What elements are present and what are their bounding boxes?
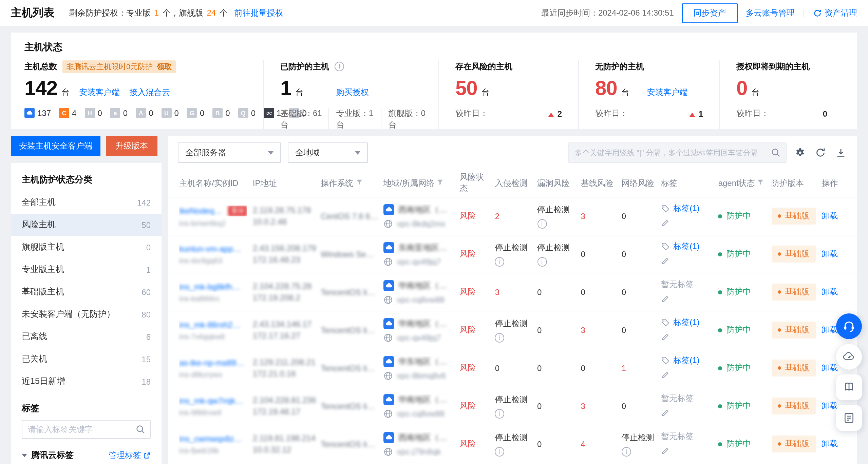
sync-assets-button[interactable]: 同步资产 — [682, 3, 738, 23]
tag-count-link[interactable]: 标签(1) — [673, 241, 699, 252]
batch-auth-link[interactable]: 前往批量授权 — [234, 7, 283, 19]
filter-icon[interactable] — [437, 178, 444, 186]
table-toolbar: 全部服务器 全地域 — [168, 136, 857, 170]
info-icon[interactable]: i — [495, 333, 505, 342]
uninstall-link[interactable]: 卸载 — [822, 211, 838, 220]
sidebar-category-item[interactable]: 全部主机142 — [11, 191, 162, 214]
install-agent-button[interactable]: 安装主机安全客户端 — [11, 136, 100, 156]
region-filter-select[interactable]: 全地域 — [288, 142, 368, 163]
sidebar-category-item[interactable]: 基础版主机60 — [11, 281, 162, 303]
uninstall-link[interactable]: 卸载 — [822, 249, 838, 258]
edit-tag-icon[interactable] — [661, 332, 670, 341]
region-name: 华南地区（广… — [398, 280, 454, 291]
edit-tag-icon[interactable] — [661, 218, 670, 227]
table-row: ins_mk-qw7mjk…ins-9f88rvw92.104.228.81.2… — [168, 387, 857, 425]
uninstall-link[interactable]: 卸载 — [822, 363, 838, 372]
risk-count: 0 — [622, 401, 656, 411]
sidebar-category-item[interactable]: 近15日新增18 — [11, 370, 162, 393]
support-button[interactable] — [836, 313, 862, 339]
host-name-link[interactable]: ins_mk-qw7mjk… — [179, 396, 243, 405]
sidebar-category-item[interactable]: 已离线6 — [11, 326, 162, 348]
region-cell: 西南地区（成…vpc-j79n6qk — [383, 425, 460, 463]
tag-line: 标签(1) — [661, 355, 713, 366]
chevron-down-icon[interactable] — [22, 453, 27, 457]
download-button[interactable] — [834, 146, 848, 159]
host-name-link[interactable]: kunlun-vm-app… — [179, 244, 241, 253]
gear-icon — [795, 147, 806, 158]
asset-cleanup-link[interactable]: 资产清理 — [813, 7, 857, 19]
edit-tag-icon[interactable] — [661, 256, 670, 265]
buy-license-link[interactable]: 购买授权 — [336, 87, 369, 98]
info-icon[interactable]: i — [495, 257, 505, 266]
survey-button[interactable] — [836, 405, 862, 431]
tag-search-input[interactable] — [22, 420, 151, 439]
category-count: 18 — [141, 377, 151, 386]
category-count: 6 — [146, 332, 151, 342]
sidebar-category-item[interactable]: 未安装客户端（无防护）80 — [11, 303, 162, 326]
refresh-button[interactable] — [814, 146, 827, 159]
category-label: 风险主机 — [22, 219, 56, 231]
risk-count: 0 — [581, 287, 616, 297]
sidebar-category-item[interactable]: 专业版主机1 — [11, 258, 162, 281]
info-icon[interactable]: i — [335, 62, 344, 71]
version-label: 基础版 — [785, 210, 809, 222]
tag-count-link[interactable]: 标签(1) — [673, 203, 699, 214]
category-label: 未安装客户端（无防护） — [22, 309, 115, 320]
status-dot — [718, 442, 722, 446]
risk-metric-cell: 2 — [495, 197, 537, 235]
feedback-button[interactable] — [836, 344, 862, 370]
edit-tag-icon[interactable] — [661, 370, 670, 379]
host-name-link[interactable]: tkeNodeqx1-pro… — [179, 206, 226, 215]
delta-value: 2 — [549, 109, 562, 118]
keyword-search-input[interactable] — [569, 143, 786, 162]
hybrid-cloud-link[interactable]: 接入混合云 — [129, 87, 170, 98]
tag-count-link[interactable]: 标签(1) — [673, 355, 699, 366]
globe-icon — [383, 257, 393, 266]
uninstall-link[interactable]: 卸载 — [822, 439, 838, 448]
uninstall-link[interactable]: 卸载 — [822, 325, 838, 334]
edit-tag-icon[interactable] — [661, 294, 670, 303]
table-row: kunlun-vm-app…ins-dxr8gq632.43.156.208.1… — [168, 235, 857, 273]
filter-icon[interactable] — [355, 178, 363, 186]
host-name-link[interactable]: ins_cwmwqx8z… — [179, 434, 242, 443]
multi-cloud-link[interactable]: 多云账号管理 — [746, 7, 795, 19]
risk-count: 3 — [581, 211, 616, 221]
docs-button[interactable] — [836, 374, 862, 400]
server-filter-select[interactable]: 全部服务器 — [178, 142, 281, 163]
sidebar-category-item[interactable]: 旗舰版主机0 — [11, 236, 162, 258]
region-line: 华南地区（广… — [383, 318, 454, 329]
tag-count-link[interactable]: 标签(1) — [673, 317, 699, 328]
uninstall-link[interactable]: 卸载 — [822, 401, 838, 410]
agent-label: 防护中 — [727, 210, 751, 222]
info-icon[interactable]: i — [495, 447, 505, 456]
promo-claim-link[interactable]: 领取 — [157, 61, 172, 72]
network-line: vpc-qx49jq7 — [383, 257, 454, 266]
sidebar-category-item[interactable]: 风险主机50 — [11, 214, 162, 236]
os-name: TencentOS li… — [321, 287, 378, 297]
install-client-link[interactable]: 安装客户端 — [647, 87, 688, 98]
info-icon[interactable]: i — [622, 447, 631, 456]
filter-icon[interactable] — [757, 178, 765, 186]
sidebar-category-item[interactable]: 已关机15 — [11, 348, 162, 370]
tag-group-label: 腾讯云标签 — [31, 449, 74, 461]
info-icon[interactable]: i — [537, 219, 547, 228]
region-name: 华南地区（广… — [398, 394, 454, 405]
host-name-link[interactable]: ins_mk-bg8kfh… — [179, 282, 240, 291]
info-icon[interactable]: i — [537, 257, 547, 266]
manage-tags-link[interactable]: 管理标签 — [109, 449, 151, 461]
host-name-link[interactable]: as-tke-np-ma89… — [179, 358, 244, 367]
install-client-link[interactable]: 安装客户端 — [79, 87, 120, 98]
host-name-link[interactable]: ins_mk-86rxh2… — [179, 320, 241, 329]
info-icon[interactable]: i — [495, 409, 505, 418]
tencent-cloud-icon — [383, 242, 394, 253]
region-line: 东南亚地区（… — [383, 242, 454, 253]
category-count: 50 — [141, 220, 151, 230]
edit-tag-icon[interactable] — [661, 446, 670, 455]
globe-icon — [383, 447, 393, 456]
upgrade-version-button[interactable]: 升级版本 — [106, 136, 157, 156]
baidu-cloud-icon: B — [212, 108, 223, 118]
uninstall-link[interactable]: 卸载 — [822, 287, 838, 296]
settings-button[interactable] — [793, 146, 807, 159]
risky-hosts-value: 50 — [455, 76, 477, 100]
edit-tag-icon[interactable] — [661, 408, 670, 417]
